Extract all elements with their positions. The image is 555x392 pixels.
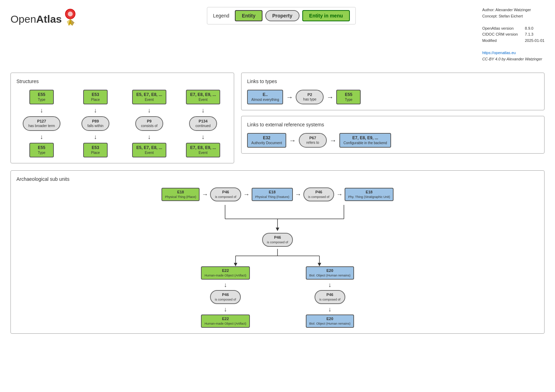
arch-p46-center: P46is composed of <box>262 233 293 247</box>
legend-label: Legend <box>213 13 229 19</box>
arch-title: Archaeological sub units <box>16 176 539 182</box>
links-external-panel: Links to external reference systems E32 … <box>241 116 545 154</box>
svg-marker-17 <box>318 263 321 266</box>
links-types-panel: Links to types E.. Almost everything → P… <box>241 73 545 110</box>
arch-e20-top: E20Biol. Object (Human remains) <box>306 266 354 280</box>
arch-arrow-4: → <box>336 191 343 198</box>
node-e32: E32 Authority Document <box>247 133 286 148</box>
legend-area: Legend Entity Property Entity in menu <box>207 7 356 24</box>
header: Open Atlas Legend Entity Property Entity… <box>0 0 555 69</box>
links-external-title: Links to external reference systems <box>247 122 539 127</box>
arch-e20-bot: E20Biol. Object (Human remains) <box>306 315 354 328</box>
arrow-down-2: ↓ <box>94 107 97 113</box>
arch-e18-place: E18Physical Thing (Place) <box>161 188 200 201</box>
node-e55-type: E55 Type <box>336 90 361 104</box>
links-types-title: Links to types <box>247 79 539 84</box>
node-e7e8e9-config: E7, E8, E9, ... Configurable in the back… <box>339 133 391 148</box>
arch-panel: Archaeological sub units E18Physical Thi… <box>10 170 545 334</box>
node-e-almost: E.. Almost everything <box>247 90 283 104</box>
node-e5e7e8-top: E5, E7, E8, ...Event <box>132 90 166 104</box>
links-external-flow: E32 Authority Document → P67 refers to →… <box>247 133 539 148</box>
struct-col-3: E5, E7, E8, ...Event ↓ P9consists of ↓ E… <box>124 90 174 157</box>
info-block: Author: Alexander Watzinger Concept: Ste… <box>482 7 545 62</box>
node-e55-bot: E55Type <box>29 143 54 157</box>
arch-arrow-e20-down: ↓ <box>328 282 331 288</box>
arch-bottom-split: E22Human-made Object (Artifact) ↓ P46is … <box>201 266 354 328</box>
arch-split-svg-wrap <box>190 249 365 266</box>
arch-e22-branch: E22Human-made Object (Artifact) ↓ P46is … <box>201 266 250 328</box>
url: https://openatlas.eu <box>482 50 545 56</box>
arch-p46-2: P46is composed of <box>303 187 334 201</box>
arrow-right-2: → <box>326 93 333 101</box>
svg-marker-16 <box>234 263 237 266</box>
arch-arrow-e22-down: ↓ <box>224 282 227 288</box>
arrow-down-4b: ↓ <box>202 134 205 140</box>
right-panels: Links to types E.. Almost everything → P… <box>241 73 545 163</box>
cidoc-version-value: 7.1.3 <box>525 31 545 38</box>
logo: Open Atlas <box>10 7 81 31</box>
license: CC-BY 4.0 by Alexander Watzinger <box>482 56 545 62</box>
svg-point-1 <box>68 12 73 16</box>
logo-icon <box>63 7 81 31</box>
struct-col-4: E7, E8, E9, ...Event ↓ P134continued ↓ E… <box>178 90 228 157</box>
modified-value: 2025-01-01 <box>525 38 545 44</box>
legend-entity-menu: Entity in menu <box>302 10 350 21</box>
node-p9: P9consists of <box>135 116 163 131</box>
node-p127: P127has broader term <box>23 116 60 131</box>
arrow-down-4: ↓ <box>202 107 205 113</box>
arch-top-row: E18Physical Thing (Place) → P46is compos… <box>161 187 394 201</box>
arch-arrow-p46l-down: ↓ <box>224 306 227 312</box>
cidoc-version-label: CIDOC CRM version <box>482 31 518 38</box>
struct-col-1: E55Type ↓ P127has broader term ↓ E55Type <box>16 90 67 157</box>
links-types-flow: E.. Almost everything → P2 has type → E5… <box>247 90 539 104</box>
node-p134: P134continued <box>189 116 217 131</box>
structures-panel: Structures E55Type ↓ P127has broader ter… <box>10 73 234 163</box>
node-e55-top: E55Type <box>29 90 54 104</box>
structures-grid: E55Type ↓ P127has broader term ↓ E55Type… <box>16 90 228 157</box>
arch-p46-1: P46is composed of <box>210 187 241 201</box>
svg-marker-10 <box>276 228 279 231</box>
node-e7e8e9-bot: E7, E8, E9, ...Event <box>186 143 220 157</box>
node-e7e8e9-top: E7, E8, E9, ...Event <box>186 90 220 104</box>
arrow-down-3: ↓ <box>148 107 151 113</box>
node-p67: P67 refers to <box>299 133 327 148</box>
arrow-right-3: → <box>289 136 296 145</box>
arch-connector-svg <box>155 205 400 233</box>
node-p89: P89falls within <box>81 116 109 131</box>
arrow-down-2b: ↓ <box>94 134 97 140</box>
legend-entity: Entity <box>235 10 262 21</box>
arrow-down-3b: ↓ <box>148 134 151 140</box>
arch-connector-svg-wrap <box>155 205 400 233</box>
node-e5e7e8-bot: E5, E7, E8, ...Event <box>132 143 166 157</box>
modified-label: Modified <box>482 38 518 44</box>
arch-split-svg <box>190 249 365 266</box>
arrow-right-1: → <box>286 93 293 101</box>
legend-property: Property <box>265 10 300 21</box>
arch-arrow-2: → <box>243 191 250 198</box>
structures-title: Structures <box>16 79 228 84</box>
struct-col-2: E53Place ↓ P89falls within ↓ E53Place <box>70 90 121 157</box>
openatlas-version-value: 8.9.0 <box>525 25 545 32</box>
arch-e18-feature: E18Physical Thing (Feature) <box>252 188 293 201</box>
author-line: Author: Alexander Watzinger <box>482 7 545 13</box>
node-e53-top: E53Place <box>83 90 108 104</box>
node-p2: P2 has type <box>296 90 324 104</box>
arch-e22-top: E22Human-made Object (Artifact) <box>201 266 250 280</box>
arch-arrow-1: → <box>202 191 208 198</box>
arch-e22-bot: E22Human-made Object (Artifact) <box>201 315 250 328</box>
logo-open: Open <box>10 13 36 25</box>
openatlas-version-label: OpenAtlas version <box>482 25 518 32</box>
node-e53-bot: E53Place <box>83 143 108 157</box>
arrow-down-1b: ↓ <box>40 134 43 140</box>
arrow-down-1: ↓ <box>40 107 43 113</box>
main-content: Structures E55Type ↓ P127has broader ter… <box>0 69 555 337</box>
arch-p46-left: P46is composed of <box>210 290 241 304</box>
logo-atlas: Atlas <box>36 13 62 25</box>
concept-line: Concept: Stefan Eichert <box>482 13 545 20</box>
arch-e20-branch: E20Biol. Object (Human remains) ↓ P46is … <box>306 266 354 328</box>
arch-arrow-p46r-down: ↓ <box>328 306 331 312</box>
arch-p46-right: P46is composed of <box>315 290 346 304</box>
arch-e18-strat: E18Phy. Thing (Stratigraphic Unit) <box>345 188 394 201</box>
arch-arrow-3: → <box>295 191 301 198</box>
arrow-right-4: → <box>330 136 337 145</box>
